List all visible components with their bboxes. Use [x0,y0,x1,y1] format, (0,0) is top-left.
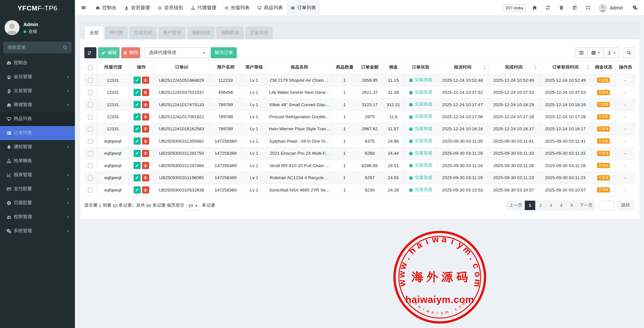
svg-text:c: c [454,306,458,312]
svg-text:m: m [445,309,449,315]
svg-text:y: y [441,310,444,315]
svg-text:.: . [450,308,453,313]
svg-text:w: w [397,270,407,278]
svg-text:o: o [473,271,483,278]
svg-text:a: a [414,240,424,251]
svg-text:i: i [437,310,438,315]
svg-text:m: m [472,278,483,288]
svg-text:i: i [422,307,425,311]
svg-text:w: w [431,234,439,245]
svg-text:a: a [431,309,435,315]
svg-text:w: w [397,279,408,288]
svg-text:w: w [425,308,430,314]
svg-text:a: a [441,234,447,245]
